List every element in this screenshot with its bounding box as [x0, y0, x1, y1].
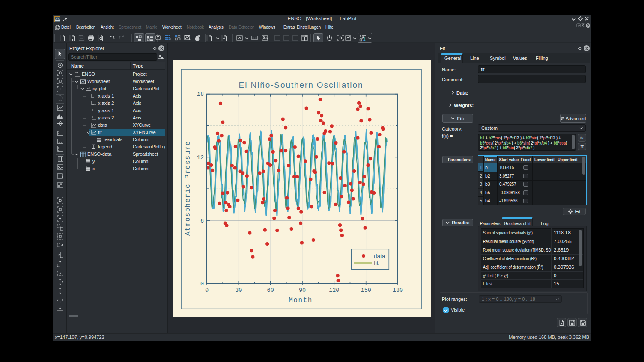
svg-text:Atmospheric Pressure: Atmospheric Pressure [184, 141, 192, 236]
svg-text:18: 18 [197, 91, 204, 98]
svg-text:data: data [374, 253, 385, 259]
svg-text:0: 0 [205, 287, 209, 294]
svg-text:90: 90 [299, 287, 306, 294]
svg-text:fit: fit [374, 260, 379, 266]
svg-text:150: 150 [361, 287, 371, 294]
svg-text:12: 12 [197, 154, 204, 161]
svg-text:30: 30 [235, 287, 242, 294]
svg-text:0: 0 [200, 281, 204, 287]
svg-text:180: 180 [393, 287, 403, 294]
svg-text:6: 6 [200, 218, 204, 224]
svg-text:Month: Month [289, 297, 313, 304]
svg-text:60: 60 [267, 287, 274, 294]
svg-text:El Niño-Southern Oscillation: El Niño-Southern Oscillation [239, 80, 364, 89]
svg-text:1: 1 [363, 37, 366, 42]
svg-text:120: 120 [329, 287, 339, 294]
